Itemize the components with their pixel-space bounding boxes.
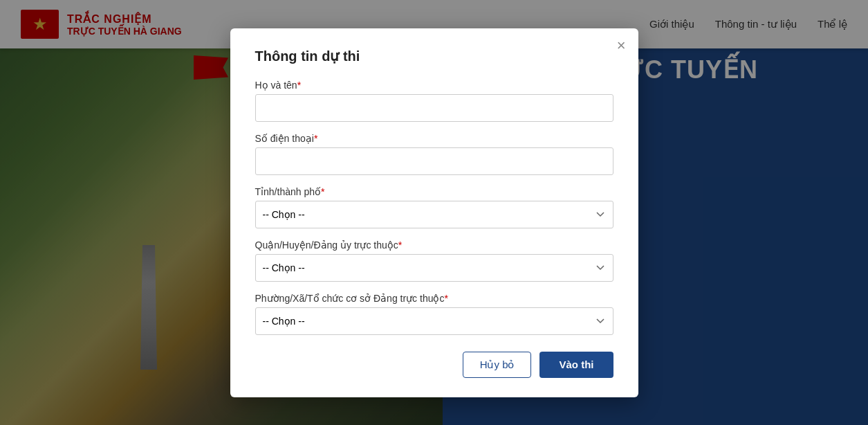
form-group-full-name: Họ và tên* xyxy=(255,80,613,122)
modal-close-button[interactable]: × xyxy=(617,38,626,53)
label-ward: Phường/Xã/Tổ chức cơ sở Đảng trực thuộc* xyxy=(255,293,613,304)
label-province: Tỉnh/thành phố* xyxy=(255,186,613,197)
label-phone: Số điện thoại* xyxy=(255,133,613,144)
form-group-province: Tỉnh/thành phố* -- Chọn -- Hà Giang Hà N… xyxy=(255,186,613,228)
modal-dialog: Thông tin dự thi × Họ và tên* Số điện th… xyxy=(230,28,638,397)
modal-footer: Hủy bỏ Vào thi xyxy=(255,352,613,378)
select-ward[interactable]: -- Chọn -- xyxy=(255,307,613,335)
required-star-ward: * xyxy=(444,293,447,304)
input-full-name[interactable] xyxy=(255,94,613,122)
label-full-name: Họ và tên* xyxy=(255,80,613,91)
required-star-province: * xyxy=(321,186,324,197)
select-district[interactable]: -- Chọn -- xyxy=(255,254,613,282)
required-star-phone: * xyxy=(314,133,317,144)
label-district: Quận/Huyện/Đảng ủy trực thuộc* xyxy=(255,239,613,251)
select-province[interactable]: -- Chọn -- Hà Giang Hà Nội TP. Hồ Chí Mi… xyxy=(255,201,613,228)
required-star-district: * xyxy=(398,239,402,251)
submit-button[interactable]: Vào thi xyxy=(539,352,613,378)
cancel-button[interactable]: Hủy bỏ xyxy=(463,352,532,378)
modal-overlay: Thông tin dự thi × Họ và tên* Số điện th… xyxy=(0,0,868,425)
form-group-ward: Phường/Xã/Tổ chức cơ sở Đảng trực thuộc*… xyxy=(255,293,613,335)
input-phone[interactable] xyxy=(255,147,613,175)
page-background: ★ TRẮC NGHIỆM TRỰC TUYẾN HÀ GIANG Giới t… xyxy=(0,0,868,425)
form-group-phone: Số điện thoại* xyxy=(255,133,613,175)
required-star-name: * xyxy=(297,80,301,91)
modal-title: Thông tin dự thi xyxy=(255,48,613,64)
form-group-district: Quận/Huyện/Đảng ủy trực thuộc* -- Chọn -… xyxy=(255,239,613,282)
